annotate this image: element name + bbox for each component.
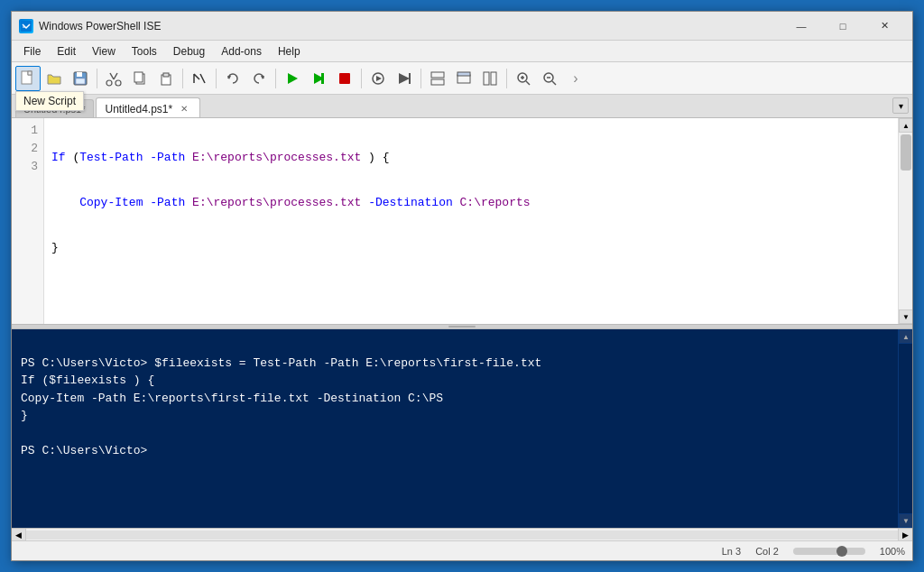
save-button[interactable] [68, 66, 93, 91]
close-button[interactable]: ✕ [864, 12, 905, 41]
menu-item-tools[interactable]: Tools [124, 42, 165, 60]
split-pane-button[interactable] [477, 66, 503, 91]
svg-rect-22 [431, 72, 444, 78]
show-console-button[interactable] [451, 66, 476, 91]
paste-button[interactable] [153, 66, 179, 91]
tab-scroll-button[interactable]: ▾ [892, 97, 909, 114]
separator-7 [506, 69, 507, 88]
svg-rect-23 [431, 79, 444, 85]
svg-marker-19 [376, 76, 382, 81]
menu-item-file[interactable]: File [15, 42, 49, 60]
editor-area: 1 2 3 If (Test-Path -Path E:\reports\pro… [12, 118, 912, 540]
svg-rect-11 [163, 73, 169, 77]
status-ln: Ln 3 [722, 546, 741, 557]
zoom-in-button[interactable] [511, 66, 536, 91]
svg-line-31 [526, 81, 530, 85]
code-content[interactable]: If (Test-Path -Path E:\reports\processes… [44, 118, 898, 324]
window-controls: — □ ✕ [781, 12, 905, 41]
zoom-slider[interactable] [793, 548, 865, 555]
show-script-pane-button[interactable] [425, 66, 450, 91]
console-output[interactable]: PS C:\Users\Victo> $fileexists = Test-Pa… [12, 329, 898, 528]
redo-button[interactable] [246, 66, 272, 91]
code-line-2: Copy-Item -Path E:\reports\processes.txt… [51, 194, 891, 212]
svg-marker-20 [399, 73, 410, 84]
svg-rect-0 [21, 21, 32, 32]
run-selection-button[interactable] [306, 66, 331, 91]
svg-point-6 [106, 80, 112, 86]
start-debug-button[interactable] [365, 66, 391, 91]
scrollbar-down[interactable]: ▼ [899, 309, 912, 324]
more-options-button[interactable]: › [563, 66, 588, 91]
splitter-handle [448, 326, 476, 328]
horizontal-scrollbar[interactable]: ◀ ▶ [12, 528, 912, 540]
app-icon [19, 19, 33, 33]
tab-label-untitled5: Untitled4.ps1* [106, 103, 173, 115]
hscroll-right[interactable]: ▶ [898, 529, 912, 541]
menu-bar: FileEditViewToolsDebugAdd-onsHelp [12, 41, 912, 62]
menu-item-debug[interactable]: Debug [165, 42, 213, 60]
run-green-button[interactable] [280, 66, 305, 91]
hscroll-track[interactable] [26, 530, 898, 540]
status-col: Col 2 [755, 546, 779, 557]
window-title: Windows PowerShell ISE [39, 20, 781, 32]
menu-item-add-ons[interactable]: Add-ons [213, 42, 270, 60]
run-to-cursor-button[interactable] [392, 66, 417, 91]
hscroll-left[interactable]: ◀ [12, 529, 26, 541]
copy-button[interactable] [127, 66, 152, 91]
script-editor[interactable]: 1 2 3 If (Test-Path -Path E:\reports\pro… [12, 118, 912, 324]
open-button[interactable] [42, 66, 67, 91]
tab-bar: Untitled4.ps1* Untitled4.ps1* ✕ ▾ [12, 95, 912, 118]
svg-rect-25 [457, 72, 470, 76]
maximize-button[interactable]: □ [822, 12, 864, 41]
status-bar: Ln 3 Col 2 100% [12, 540, 912, 560]
console-area: PS C:\Users\Victo> $fileexists = Test-Pa… [12, 329, 912, 528]
svg-rect-17 [339, 73, 350, 84]
toolbar: New Script [12, 62, 912, 95]
tab-untitled5[interactable]: Untitled4.ps1* ✕ [96, 97, 201, 117]
menu-item-help[interactable]: Help [270, 42, 309, 60]
separator-2 [182, 69, 183, 88]
new-script-button[interactable] [15, 66, 41, 91]
minimize-button[interactable]: — [781, 12, 822, 41]
console-scrollbar-down[interactable]: ▼ [899, 513, 912, 528]
scrollbar-track[interactable] [899, 133, 912, 309]
separator-3 [216, 69, 217, 88]
new-script-tooltip: New Script [15, 91, 84, 111]
title-bar: Windows PowerShell ISE — □ ✕ [12, 12, 912, 41]
console-vertical-scrollbar[interactable]: ▲ ▼ [898, 329, 912, 528]
scrollbar-up[interactable]: ▲ [899, 118, 912, 133]
status-zoom: 100% [880, 546, 905, 557]
new-script-container: New Script [15, 66, 41, 91]
code-line-1: If (Test-Path -Path E:\reports\processes… [51, 149, 891, 167]
undo-button[interactable] [220, 66, 245, 91]
console-scrollbar-track[interactable] [899, 344, 912, 513]
separator-4 [275, 69, 276, 88]
svg-line-34 [552, 81, 556, 85]
tab-close-untitled5[interactable]: ✕ [178, 103, 190, 115]
separator-1 [97, 69, 97, 88]
zoom-out-button[interactable] [537, 66, 562, 91]
svg-rect-16 [321, 73, 324, 84]
run-button[interactable] [187, 66, 212, 91]
stop-button[interactable] [332, 66, 357, 91]
svg-marker-14 [288, 73, 298, 84]
svg-rect-9 [134, 72, 143, 82]
separator-6 [420, 69, 421, 88]
svg-rect-4 [77, 72, 82, 77]
zoom-thumb[interactable] [836, 546, 847, 557]
scrollbar-thumb[interactable] [901, 134, 911, 171]
editor-vertical-scrollbar[interactable]: ▲ ▼ [898, 118, 912, 324]
code-line-3: } [51, 239, 891, 257]
line-numbers: 1 2 3 [12, 118, 44, 324]
svg-rect-5 [76, 78, 85, 84]
console-scrollbar-up[interactable]: ▲ [899, 329, 912, 344]
cut-button[interactable] [101, 66, 126, 91]
separator-5 [361, 69, 362, 88]
menu-item-view[interactable]: View [84, 42, 124, 60]
svg-rect-2 [28, 71, 32, 75]
console-line-1: PS C:\Users\Victo> $fileexists = Test-Pa… [21, 356, 541, 458]
menu-item-edit[interactable]: Edit [49, 42, 84, 60]
svg-rect-27 [491, 72, 496, 85]
svg-point-7 [116, 80, 121, 86]
powershell-ise-window: Windows PowerShell ISE — □ ✕ FileEditVie… [11, 11, 913, 561]
